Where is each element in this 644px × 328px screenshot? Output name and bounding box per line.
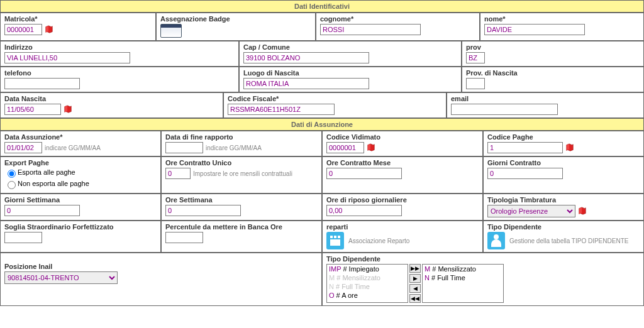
- field-giorni-settimana: Giorni Settimana: [0, 194, 161, 221]
- field-posizione-inail: Posizione Inail 90814501-04-TRENTO: [0, 253, 322, 306]
- indirizzo-label: Indirizzo: [4, 43, 235, 51]
- book-icon[interactable]: [578, 207, 587, 216]
- data-nascita-label: Data Nascita: [4, 95, 219, 102]
- ore-mese-input[interactable]: [326, 168, 402, 179]
- nome-input[interactable]: [484, 24, 585, 35]
- data-assunzione-hint: indicare GG/MM/AA: [45, 145, 101, 151]
- prov-nascita-input[interactable]: [466, 78, 485, 89]
- cf-label: Codice Fiscale*: [228, 95, 442, 102]
- perc-banca-label: Percentule da mettere in Banca Ore: [165, 223, 318, 231]
- matricola-label: Matricola*: [4, 15, 152, 23]
- cf-input[interactable]: [228, 104, 335, 115]
- section-header-assunzione: Dati di Assunzione: [0, 118, 644, 131]
- cod-paghe-input[interactable]: [487, 142, 563, 153]
- tipo-dipendente-picker-label: Tipo Dipendente: [326, 255, 640, 263]
- field-luogo-nascita: Luogo di Nascita: [239, 67, 462, 92]
- ore-unico-label: Ore Contratto Unico: [165, 159, 318, 167]
- indirizzo-input[interactable]: [4, 52, 130, 63]
- move-all-left-button[interactable]: ◀◀: [409, 294, 421, 303]
- cap-label: Cap / Comune: [243, 43, 457, 51]
- field-reparti: reparti Associazione Reparto: [322, 221, 483, 253]
- field-ore-unico: Ore Contratto Unico Impostare le ore men…: [161, 156, 322, 194]
- data-fine-label: Data di fine rapporto: [165, 133, 318, 141]
- book-icon[interactable]: [64, 105, 72, 114]
- field-cap: Cap / Comune: [239, 41, 462, 67]
- export-opt1[interactable]: Esporta alle paghe: [4, 168, 157, 178]
- data-assunzione-input[interactable]: [4, 142, 42, 153]
- matricola-input[interactable]: [4, 24, 42, 35]
- giorni-settimana-input[interactable]: [4, 205, 80, 216]
- field-prov: prov: [462, 41, 644, 67]
- email-label: email: [451, 95, 640, 102]
- list-item: M # Mensilizzato: [327, 273, 408, 282]
- list-item[interactable]: M # Mensilizzato: [423, 265, 503, 273]
- section-header-identificativi: Dati Identificativi: [0, 0, 644, 13]
- person-icon[interactable]: [487, 232, 505, 249]
- book-icon[interactable]: [45, 25, 53, 34]
- book-icon[interactable]: [565, 143, 574, 152]
- badge-card-icon[interactable]: [160, 24, 182, 38]
- luogo-nascita-label: Luogo di Nascita: [243, 69, 457, 77]
- email-input[interactable]: [451, 104, 558, 115]
- export-opt2[interactable]: Non esporta alle paghe: [4, 179, 157, 189]
- cap-input[interactable]: [243, 52, 369, 63]
- prov-input[interactable]: [466, 52, 485, 63]
- field-cf: Codice Fiscale*: [223, 92, 447, 118]
- data-fine-input[interactable]: [165, 142, 203, 153]
- cognome-input[interactable]: [320, 24, 421, 35]
- ore-unico-hint: Impostare le ore mensili contrattuali: [193, 170, 292, 177]
- posizione-inail-select[interactable]: 90814501-04-TRENTO: [4, 271, 118, 284]
- field-data-nascita: Data Nascita: [0, 92, 223, 118]
- move-right-button[interactable]: ▶: [409, 274, 421, 283]
- available-listbox[interactable]: IMP # ImpiegatoM # MensilizzatoN # Full …: [326, 264, 408, 303]
- ore-unico-input[interactable]: [165, 168, 191, 179]
- nome-label: nome*: [484, 15, 640, 23]
- move-left-button[interactable]: ◀: [409, 284, 421, 293]
- data-fine-hint: indicare GG/MM/AA: [206, 145, 262, 151]
- soglia-input[interactable]: [4, 232, 42, 243]
- list-item[interactable]: IMP # Impiegato: [327, 265, 408, 273]
- tipologia-timbratura-select[interactable]: Orologio Presenze: [487, 205, 575, 217]
- data-assunzione-label: Data Assunzione*: [4, 133, 157, 141]
- field-telefono: telefono: [0, 67, 239, 92]
- field-export-paghe: Export Paghe Esporta alle paghe Non espo…: [0, 156, 161, 194]
- ore-riposo-input[interactable]: [326, 205, 402, 216]
- field-perc-banca: Percentule da mettere in Banca Ore: [161, 221, 322, 253]
- cod-vidimato-label: Codice Vidimato: [326, 133, 479, 141]
- badge-label: Assegnazione Badge: [160, 15, 311, 23]
- soglia-label: Soglia Straordinario Forfettizzato: [4, 223, 157, 231]
- tipo-dipendente-link-label: Tipo Dipendente: [487, 223, 640, 231]
- data-nascita-input[interactable]: [4, 104, 61, 115]
- field-ore-riposo: Ore di riposo giornaliere: [322, 194, 483, 221]
- ore-settimana-label: Ore Settimana: [165, 196, 318, 204]
- giorni-contratto-input[interactable]: [487, 168, 563, 179]
- telefono-label: telefono: [4, 69, 235, 77]
- cod-paghe-label: Codice Paghe: [487, 133, 640, 141]
- field-tipo-dipendente-link: Tipo Dipendente Gestione della tabella T…: [483, 221, 644, 253]
- giorni-settimana-label: Giorni Settimana: [4, 196, 157, 204]
- perc-banca-input[interactable]: [165, 232, 203, 243]
- book-icon[interactable]: [367, 143, 375, 152]
- telefono-input[interactable]: [4, 78, 80, 89]
- tipo-dipendente-caption: Gestione della tabella TIPO DIPENDENTE: [509, 238, 628, 244]
- field-data-assunzione: Data Assunzione* indicare GG/MM/AA: [0, 131, 161, 156]
- list-item[interactable]: N # Full Time: [423, 273, 503, 282]
- list-item[interactable]: O # A ore: [327, 291, 408, 300]
- giorni-contratto-label: Giorni Contratto: [487, 159, 640, 167]
- field-data-fine: Data di fine rapporto indicare GG/MM/AA: [161, 131, 322, 156]
- reparti-caption: Associazione Reparto: [348, 238, 409, 244]
- field-ore-mese: Ore Contratto Mese: [322, 156, 483, 194]
- field-indirizzo: Indirizzo: [0, 41, 239, 67]
- list-item: N # Full Time: [327, 282, 408, 291]
- field-giorni-contratto: Giorni Contratto: [483, 156, 644, 194]
- field-badge: Assegnazione Badge: [156, 13, 316, 41]
- factory-icon[interactable]: [326, 232, 344, 249]
- selected-listbox[interactable]: M # MensilizzatoN # Full Time: [422, 264, 504, 303]
- move-all-right-button[interactable]: ▶▶: [409, 264, 421, 273]
- ore-riposo-label: Ore di riposo giornaliere: [326, 196, 479, 204]
- prov-label: prov: [466, 43, 640, 51]
- ore-settimana-input[interactable]: [165, 205, 241, 216]
- luogo-nascita-input[interactable]: [243, 78, 369, 89]
- cognome-label: cognome*: [320, 15, 475, 23]
- cod-vidimato-input[interactable]: [326, 142, 364, 153]
